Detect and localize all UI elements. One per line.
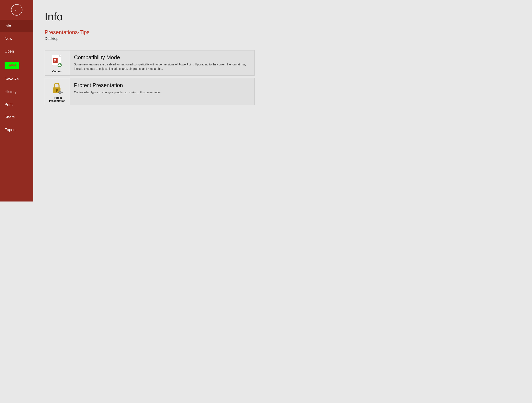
svg-text:P: P [54, 58, 56, 63]
sidebar-item-save-as[interactable]: Save As [0, 73, 33, 86]
convert-icon-area: P Convert [45, 50, 70, 76]
svg-rect-13 [63, 93, 63, 94]
sidebar: ← Info New Open Save Save As History Pri… [0, 0, 33, 202]
page-title: Info [45, 10, 254, 23]
protect-text-area: Protect Presentation Control what types … [70, 78, 254, 98]
svg-rect-12 [61, 92, 63, 93]
svg-rect-9 [56, 90, 57, 92]
sidebar-item-open[interactable]: Open [0, 45, 33, 58]
convert-heading: Compatibility Mode [74, 54, 250, 61]
nav-items: Info New Open Save Save As History Print… [0, 20, 33, 202]
protect-desc: Control what types of changes people can… [74, 90, 250, 94]
convert-icon: P [51, 54, 63, 69]
protect-label: Protect Presentation [49, 96, 65, 102]
convert-text-area: Compatibility Mode Some new features are… [70, 50, 254, 75]
info-cards: P Convert Compatibility Mode Some new fe… [45, 50, 254, 105]
sidebar-item-share[interactable]: Share [0, 111, 33, 124]
convert-desc: Some new features are disabled for impro… [74, 62, 250, 71]
sidebar-item-print[interactable]: Print [0, 98, 33, 111]
sidebar-item-new[interactable]: New [0, 32, 33, 45]
sidebar-item-info[interactable]: Info [0, 20, 33, 32]
protect-heading: Protect Presentation [74, 82, 250, 88]
file-location: Desktop [45, 37, 254, 41]
main-content: Info Presentations-Tips Desktop P [33, 0, 266, 202]
sidebar-item-history[interactable]: History [0, 86, 33, 98]
sidebar-item-save[interactable]: Save [0, 58, 33, 73]
save-highlight: Save [5, 62, 19, 69]
sidebar-item-export[interactable]: Export [0, 124, 33, 136]
convert-card: P Convert Compatibility Mode Some new fe… [45, 50, 254, 76]
svg-rect-14 [62, 93, 63, 93]
convert-label: Convert [52, 70, 62, 73]
back-circle: ← [11, 4, 22, 16]
svg-point-11 [59, 92, 61, 93]
back-button[interactable]: ← [0, 0, 33, 20]
back-arrow-icon: ← [14, 7, 19, 13]
file-title: Presentations-Tips [45, 29, 254, 36]
protect-icon-area: Protect Presentation [45, 78, 70, 105]
protect-icon [52, 82, 63, 95]
protect-card: Protect Presentation Protect Presentatio… [45, 78, 254, 105]
